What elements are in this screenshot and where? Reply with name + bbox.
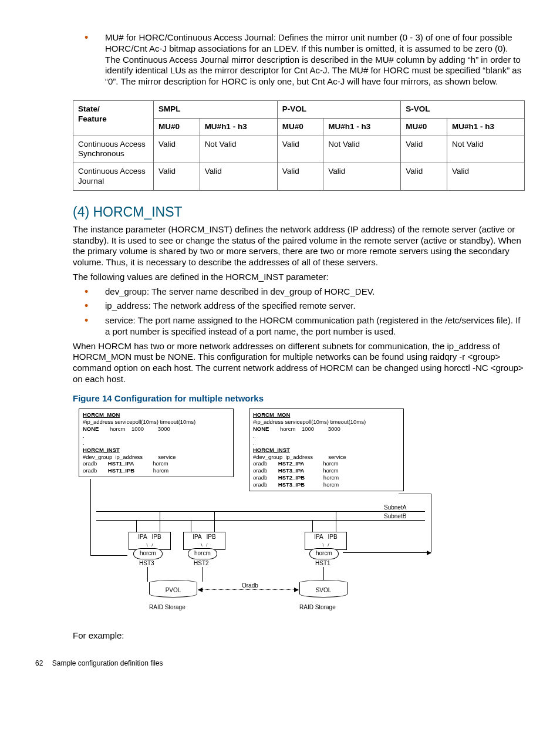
th-muh-3: MU#h1 - h3	[447, 118, 524, 136]
mu-table: State/ Feature SMPL P-VOL S-VOL MU#0 MU#…	[73, 100, 525, 191]
th-feature: Feature	[78, 114, 107, 123]
para-3: When HORCM has two or more network addre…	[73, 341, 525, 385]
row1-v2: Valid	[277, 136, 323, 163]
row1-v1: Not Valid	[200, 136, 277, 163]
config-right: HORCM_MON #ip_address servicepoll(10ms) …	[249, 409, 404, 491]
subnetB-line	[96, 520, 425, 521]
th-muh-2: MU#h1 - h3	[323, 118, 401, 136]
param-list: dev_group: The server name described in …	[73, 286, 525, 337]
figure-diagram: HORCM_MON #ip_address servicepoll(10ms) …	[73, 409, 448, 620]
intro-bullet-list: MU# for HORC/Continuous Access Journal: …	[73, 32, 525, 87]
ipa-label: IPA	[193, 534, 201, 540]
intro-bullet: MU# for HORC/Continuous Access Journal: …	[73, 32, 525, 87]
th-state: State/	[78, 104, 100, 113]
row2-v5: Valid	[447, 163, 524, 191]
list-item: dev_group: The server name described in …	[73, 286, 525, 298]
footer-text: Sample configuration definition files	[52, 659, 163, 667]
para-1: The instance parameter (HORCM_INST) defi…	[73, 224, 525, 268]
hst3-horcm: horcm	[133, 548, 163, 559]
hst3-label: HST3	[139, 560, 154, 568]
row1-name: Continuous Access Synchronous	[73, 136, 154, 163]
pvol-label: PVOL	[166, 587, 181, 593]
th-svol: S-VOL	[401, 100, 525, 118]
ipb-label: IPB	[207, 534, 216, 540]
raid-left: RAID Storage	[149, 604, 185, 612]
list-item: service: The port name assigned to the H…	[73, 315, 525, 337]
table-row: Continuous Access Journal Valid Valid Va…	[73, 163, 525, 191]
row2-v3: Valid	[323, 163, 401, 191]
th-mu0-2: MU#0	[277, 118, 323, 136]
hst2-horcm: horcm	[188, 548, 217, 559]
para-2: The following values are defined in the …	[73, 272, 525, 283]
ipa-label: IPA	[314, 534, 323, 540]
hst3-node: IPA IPB \ /	[129, 532, 171, 550]
hst1-node: IPA IPB \ /	[305, 532, 347, 550]
ipb-label: IPB	[328, 534, 338, 540]
subnetA-label: SubnetA	[384, 504, 406, 512]
subnetB-label: SubnetB	[384, 513, 406, 521]
th-pvol: P-VOL	[277, 100, 401, 118]
pvol-cyl: PVOL	[149, 580, 197, 598]
row2-name: Continuous Access Journal	[73, 163, 154, 191]
section-title: (4) HORCM_INST	[73, 204, 525, 221]
row2-v4: Valid	[401, 163, 447, 191]
th-mu0-1: MU#0	[154, 118, 200, 136]
list-item: ip_address: The network address of the s…	[73, 301, 525, 312]
svol-label: SVOL	[316, 587, 332, 593]
row2-v1: Valid	[200, 163, 277, 191]
page-number: 62	[35, 659, 43, 668]
ipa-label: IPA	[138, 534, 147, 540]
th-mu0-3: MU#0	[401, 118, 447, 136]
hst1-horcm: horcm	[309, 548, 339, 559]
svol-cyl: SVOL	[299, 580, 348, 598]
row1-v5: Not Valid	[447, 136, 524, 163]
row1-v4: Valid	[401, 136, 447, 163]
row1-v0: Valid	[154, 136, 200, 163]
subnetA-line	[96, 511, 425, 512]
page-footer: 62 Sample configuration definition files	[35, 659, 525, 668]
th-muh-1: MU#h1 - h3	[200, 118, 277, 136]
th-smpl: SMPL	[154, 100, 278, 118]
oradb-label: Oradb	[242, 582, 258, 590]
figure-caption: Figure 14 Configuration for multiple net…	[73, 393, 525, 404]
ipb-label: IPB	[152, 534, 161, 540]
hst2-label: HST2	[194, 560, 209, 568]
row1-v3: Not Valid	[323, 136, 401, 163]
table-row: Continuous Access Synchronous Valid Not …	[73, 136, 525, 163]
for-example: For example:	[73, 630, 525, 642]
row2-v2: Valid	[277, 163, 323, 191]
row2-v0: Valid	[154, 163, 200, 191]
raid-right: RAID Storage	[299, 604, 336, 612]
hst2-node: IPA IPB \ /	[183, 532, 225, 550]
config-left: HORCM_MON #ip_address servicepoll(10ms) …	[79, 409, 234, 477]
hst1-label: HST1	[315, 560, 330, 568]
